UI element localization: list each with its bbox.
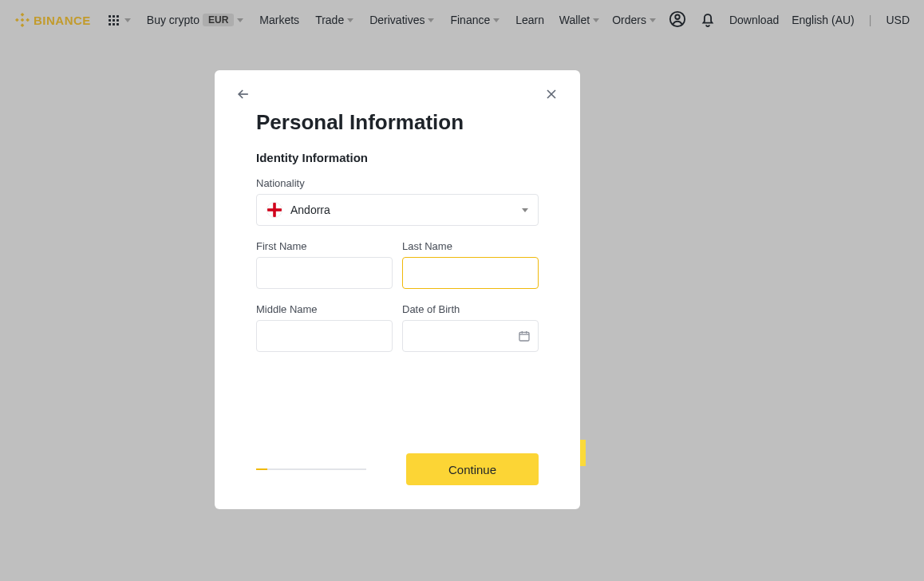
svg-rect-19 [519,332,529,341]
modal-title: Personal Information [256,110,539,135]
svg-rect-6 [113,15,115,18]
svg-rect-13 [116,23,119,26]
nav-language-label: English (AU) [792,14,855,26]
nav-learn[interactable]: Learn [515,14,544,26]
chevron-down-icon [650,18,656,22]
nav-buy-crypto[interactable]: Buy crypto EUR [147,14,243,26]
nav-download[interactable]: Download [729,14,779,26]
back-arrow-icon[interactable] [235,86,251,102]
chevron-down-icon [237,18,243,22]
nav-finance[interactable]: Finance [450,14,500,26]
calendar-icon[interactable] [518,330,531,342]
nav-right: Wallet Orders Download English (AU) [559,10,910,30]
chevron-down-icon [124,18,131,22]
close-icon[interactable] [543,86,559,102]
svg-rect-12 [113,23,115,26]
nav-learn-label: Learn [515,14,544,26]
nav-derivatives-label: Derivatives [369,14,424,26]
last-name-input[interactable] [402,257,539,289]
bell-icon [699,10,717,28]
chevron-down-icon [522,208,528,212]
svg-rect-18 [273,203,276,217]
first-name-input[interactable] [256,257,393,289]
svg-rect-7 [116,15,119,18]
svg-rect-4 [21,18,25,22]
svg-rect-0 [21,13,25,17]
binance-logo-icon [14,12,30,28]
svg-rect-8 [109,19,111,22]
flag-icon [267,202,282,218]
nationality-value: Andorra [290,204,330,216]
svg-rect-3 [26,18,30,22]
nav-finance-label: Finance [450,14,490,26]
nav-buy-crypto-label: Buy crypto [147,14,199,26]
modal-body: Personal Information Identity Informatio… [235,110,559,453]
nav-download-label: Download [729,14,779,26]
svg-rect-9 [113,19,115,22]
nationality-select[interactable]: Andorra [256,194,539,226]
svg-point-15 [675,14,680,19]
nav-trade[interactable]: Trade [315,14,353,26]
first-name-label: First Name [256,240,393,252]
middle-name-label: Middle Name [256,303,393,315]
notifications-button[interactable] [699,10,717,30]
chevron-down-icon [428,18,434,22]
logo-text: BINANCE [34,14,91,27]
last-name-label: Last Name [402,240,539,252]
continue-button[interactable]: Continue [406,453,539,485]
modal-header [235,86,559,102]
nav-derivatives[interactable]: Derivatives [369,14,434,26]
nav-markets[interactable]: Markets [259,14,299,26]
svg-rect-2 [15,18,19,22]
progress-fill [256,468,267,470]
nav-left: BINANCE Buy crypto EUR Markets Trade [14,12,544,28]
top-nav: BINANCE Buy crypto EUR Markets Trade [0,0,924,40]
svg-rect-1 [21,23,25,27]
nav-wallet-label: Wallet [559,14,590,26]
logo[interactable]: BINANCE [14,12,91,28]
nav-currency[interactable]: USD [886,14,910,26]
section-identity-title: Identity Information [256,151,539,164]
svg-rect-11 [109,23,111,26]
progress-bar [256,468,366,470]
dob-label: Date of Birth [402,303,539,315]
user-account-button[interactable] [669,10,686,30]
user-icon [669,10,686,28]
chevron-down-icon [493,18,500,22]
chevron-down-icon [347,18,353,22]
background-button-edge [579,440,586,466]
nav-wallet[interactable]: Wallet [559,14,599,26]
currency-pill: EUR [203,14,234,26]
nav-trade-label: Trade [315,14,344,26]
svg-rect-10 [116,19,119,22]
apps-menu[interactable] [107,14,131,27]
modal-footer: Continue [235,453,559,485]
chevron-down-icon [593,18,599,22]
svg-rect-5 [109,15,111,18]
nationality-label: Nationality [256,177,539,189]
nav-markets-label: Markets [259,14,299,26]
nav-orders-label: Orders [612,14,646,26]
nav-divider: | [869,14,872,26]
nav-language[interactable]: English (AU) [792,14,855,26]
middle-name-input[interactable] [256,320,393,352]
nav-currency-label: USD [886,14,910,26]
personal-info-modal: Personal Information Identity Informatio… [215,70,580,509]
nav-orders[interactable]: Orders [612,14,656,26]
grid-icon [107,14,120,27]
